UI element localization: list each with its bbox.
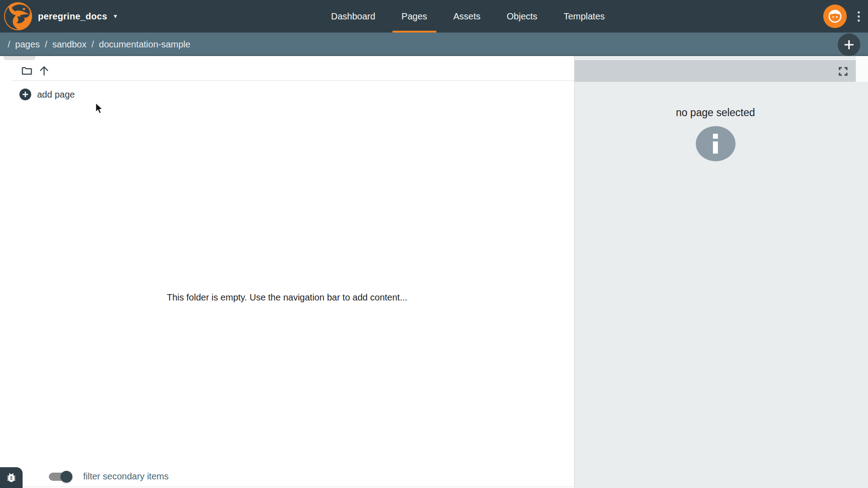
user-avatar-face-icon xyxy=(827,9,843,24)
toggle-knob xyxy=(61,471,72,483)
breadcrumb-bar: / pages / sandbox / documentation-sample xyxy=(0,33,868,56)
no-page-selected-label: no page selected xyxy=(575,107,856,119)
user-avatar[interactable] xyxy=(823,5,847,28)
top-navbar: peregrine_docs ▼ Dashboard Pages Assets … xyxy=(0,0,868,33)
explorer-toolbar xyxy=(20,64,50,77)
filter-secondary-toggle[interactable] xyxy=(49,473,72,481)
add-page-label: add page xyxy=(37,89,75,100)
mouse-cursor xyxy=(95,103,104,117)
debug-button[interactable] xyxy=(0,467,23,488)
tenant-selector[interactable]: peregrine_docs ▼ xyxy=(38,0,118,33)
add-page-button[interactable]: add page xyxy=(19,89,75,100)
page-explorer-panel: add page This folder is empty. Use the n… xyxy=(0,56,574,488)
plus-icon xyxy=(843,38,855,51)
breadcrumb-item-sandbox[interactable]: sandbox xyxy=(52,39,87,50)
tab-assets[interactable]: Assets xyxy=(444,0,490,33)
tab-templates[interactable]: Templates xyxy=(555,0,614,33)
navbar-right xyxy=(823,0,862,33)
breadcrumb-item-pages[interactable]: pages xyxy=(15,39,40,50)
arrow-up-icon[interactable] xyxy=(38,64,50,77)
breadcrumb-item-documentation-sample[interactable]: documentation-sample xyxy=(99,39,190,50)
caret-down-icon: ▼ xyxy=(113,13,118,19)
kebab-menu-icon[interactable] xyxy=(856,9,862,24)
plus-circle-icon xyxy=(19,89,31,100)
breadcrumb-separator: / xyxy=(8,39,10,50)
main-nav: Dashboard Pages Assets Objects Templates xyxy=(318,0,618,33)
toolbar-divider xyxy=(12,80,574,81)
empty-folder-message: This folder is empty. Use the navigation… xyxy=(0,292,574,303)
main-area: add page This folder is empty. Use the n… xyxy=(0,56,868,488)
tenant-name: peregrine_docs xyxy=(38,11,107,22)
bug-icon xyxy=(5,472,17,483)
page-info-panel: no page selected xyxy=(574,56,868,488)
peregrine-falcon-logo[interactable] xyxy=(4,2,33,31)
add-button[interactable] xyxy=(838,33,860,56)
scrollbar-track[interactable] xyxy=(856,56,868,82)
no-selection-placeholder: no page selected xyxy=(575,107,856,161)
info-panel-header xyxy=(575,60,856,82)
breadcrumb-separator: / xyxy=(91,39,94,50)
breadcrumb-separator: / xyxy=(45,39,47,50)
filter-secondary-row: filter secondary items xyxy=(49,471,169,482)
info-icon xyxy=(696,126,736,161)
folder-icon[interactable] xyxy=(20,64,33,77)
corner-scroll-tab xyxy=(4,56,35,60)
tab-pages[interactable]: Pages xyxy=(392,0,436,33)
tab-dashboard[interactable]: Dashboard xyxy=(322,0,384,33)
tab-objects[interactable]: Objects xyxy=(498,0,547,33)
bottom-divider xyxy=(0,487,574,487)
filter-secondary-label: filter secondary items xyxy=(83,471,169,482)
fullscreen-icon[interactable] xyxy=(837,66,849,77)
